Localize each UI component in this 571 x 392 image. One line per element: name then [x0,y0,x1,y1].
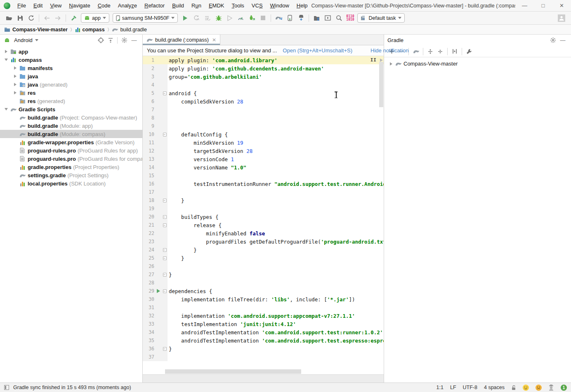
expand-arrow-icon[interactable] [12,83,19,86]
hide-panel-button[interactable]: — [558,36,568,45]
fold-marker-icon[interactable]: − [163,289,167,293]
project-tree-item-app[interactable]: app [0,47,142,56]
project-tree-item-gradle-wrapper-properties[interactable]: gradle-wrapper.properties(Gradle Version… [0,138,142,146]
project-tree-item-java[interactable]: java [0,72,142,80]
gear-icon[interactable] [119,36,129,45]
run-configuration-select[interactable]: app [81,13,109,23]
menu-build[interactable]: Build [168,0,188,11]
fold-marker-icon[interactable]: − [163,223,167,227]
expand-arrow-icon[interactable] [12,75,19,78]
expand-arrow-icon[interactable] [12,91,19,94]
debug-button[interactable] [213,13,224,23]
project-tree-item-manifests[interactable]: manifests [0,64,142,72]
menu-analyze[interactable]: Analyze [114,0,141,11]
menu-refactor[interactable]: Refactor [141,0,168,11]
project-tree-item-res[interactable]: res(generated) [0,97,142,105]
project-tree-item-settings-gradle[interactable]: settings.gradle(Project Settings) [0,171,142,179]
search-everywhere-button[interactable] [333,13,344,23]
sdk-manager-button[interactable] [295,13,307,23]
breadcrumb-item-build.gradle[interactable]: build.gradle [112,27,147,33]
caret-position[interactable]: 1:1 [437,385,444,390]
expand-arrow-icon[interactable] [2,59,9,61]
menu-file[interactable]: File [14,0,30,11]
menu-navigate[interactable]: Navigate [65,0,94,11]
build-project-button[interactable] [68,13,79,23]
project-tree-item-res[interactable]: res [0,89,142,97]
close-tab-icon[interactable]: ✕ [212,37,216,43]
fold-marker-icon[interactable]: − [163,199,167,202]
sync-button[interactable] [26,13,37,23]
expand-arrow-icon[interactable] [2,50,9,53]
tab-build-gradle-compass[interactable]: build.gradle (:compass) ✕ [143,35,220,45]
line-separator[interactable]: LF [450,385,456,390]
toolwindow-toggle-icon[interactable] [4,385,9,390]
expand-arrow-icon[interactable] [387,62,394,66]
close-button[interactable]: ✕ [552,0,571,11]
breadcrumb-item-compass[interactable]: compass [75,27,105,33]
run-button[interactable] [179,13,191,23]
menu-emdk[interactable]: EMDK [205,0,228,11]
profile-avatar[interactable] [556,13,567,23]
gradle-elephant-button[interactable] [411,47,421,56]
menu-tools[interactable]: Tools [228,0,248,11]
hide-panel-button[interactable]: — [129,36,139,45]
fold-marker-icon[interactable]: − [163,347,167,351]
project-view-selector[interactable]: Android [14,37,33,43]
editor-vertical-scrollbar[interactable] [378,56,384,355]
project-tree-item-build-gradle[interactable]: build.gradle(Project: Compass-View-maste… [0,113,142,122]
editor-horizontal-scrollbar[interactable] [143,369,384,374]
project-tree-item-gradle-properties[interactable]: gradle.properties(Project Properties) [0,163,142,171]
save-all-button[interactable] [14,13,26,23]
fold-marker-icon[interactable]: − [163,215,167,219]
sad-face-icon[interactable] [536,385,542,391]
project-structure-button[interactable] [311,13,322,23]
open-file-button[interactable] [3,13,14,23]
project-tree-item-proguard-rules-pro[interactable]: proguard-rules.pro(ProGuard Rules for ap… [0,146,142,155]
collapse-all-button[interactable] [106,36,116,45]
project-tree-item-local-properties[interactable]: local.properties(SDK Location) [0,179,142,188]
layout-inspector-button[interactable] [322,13,333,23]
menu-run[interactable]: Run [188,0,205,11]
fold-marker-icon[interactable]: − [163,256,167,260]
hector-inspector-icon[interactable] [548,385,554,391]
forward-button[interactable] [52,13,64,23]
avd-manager-button[interactable] [284,13,295,23]
gear-icon[interactable] [548,36,558,45]
menu-code[interactable]: Code [94,0,114,11]
collapse-all-button[interactable] [435,47,445,56]
expand-all-button[interactable] [425,47,435,56]
locate-file-button[interactable] [96,36,106,45]
fold-marker-icon[interactable]: − [163,92,167,95]
execute-task-button[interactable] [450,47,460,56]
project-tree-item-build-gradle[interactable]: build.gradle(Module: compass) [0,130,142,138]
back-button[interactable] [41,13,52,23]
project-tree-item-gradle-scripts[interactable]: Gradle Scripts [0,105,142,113]
stop-button[interactable] [257,13,269,23]
apply-changes-restart-button[interactable]: CA [191,13,202,23]
fold-marker-icon[interactable]: − [163,248,167,252]
project-tree-item-proguard-rules-pro[interactable]: proguard-rules.pro(ProGuard Rules for co… [0,155,142,163]
happy-face-icon[interactable] [523,385,529,391]
project-tree-item-compass[interactable]: compass [0,56,142,64]
expand-arrow-icon[interactable] [12,66,19,70]
menu-help[interactable]: Help [293,0,311,11]
open-project-structure-link[interactable]: Open (Strg+Alt+Umschalt+S) [283,47,352,54]
file-encoding[interactable]: UTF-8 [463,385,477,390]
menu-edit[interactable]: Edit [30,0,46,11]
task-select[interactable]: ? Default task [357,13,404,23]
project-tree-item-build-gradle[interactable]: build.gradle(Module: app) [0,122,142,130]
maximize-button[interactable]: □ [534,0,552,11]
indent-style[interactable]: 4 spaces [484,385,505,390]
gradle-root-node[interactable]: Compass-View-master [403,61,458,67]
apply-code-changes-button[interactable] [202,13,213,23]
fold-marker-icon[interactable]: − [163,273,167,277]
profile-button[interactable] [235,13,246,23]
sync-project-with-gradle-button[interactable] [273,13,284,23]
menu-window[interactable]: Window [267,0,293,11]
fold-marker-icon[interactable]: − [163,133,167,136]
code-editor[interactable]: 1apply plugin: 'com.android.library'2app… [143,56,384,369]
minimize-button[interactable]: — [515,0,534,11]
project-tree-item-java[interactable]: java(generated) [0,80,142,89]
breadcrumb-item-compass-view-master[interactable]: Compass-View-master [4,27,68,33]
run-with-coverage-button[interactable] [224,13,235,23]
